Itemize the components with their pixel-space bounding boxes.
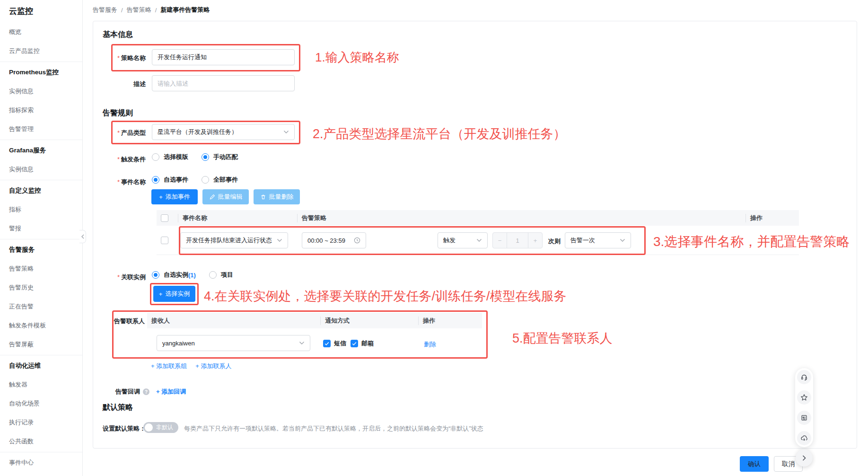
help-icon[interactable]: ?	[143, 388, 149, 395]
sidebar-item-grafana-instance[interactable]: 实例信息	[0, 160, 82, 179]
sidebar-item-metric-explore[interactable]: 指标探索	[0, 101, 82, 120]
cloud-feedback-button[interactable]	[797, 431, 811, 445]
email-checkbox-option[interactable]: 邮箱	[351, 339, 374, 348]
stepper-plus-button[interactable]: +	[528, 233, 542, 248]
description-input[interactable]	[158, 80, 289, 87]
breadcrumb-separator: /	[155, 7, 157, 14]
radio-option-selected-instances[interactable]: 自选实例(1)	[152, 271, 196, 279]
radio-option-selected-events[interactable]: 自选事件	[152, 176, 188, 184]
sidebar-header-prometheus: Prometheus监控	[0, 63, 82, 82]
receiver-value: yangkaiwen	[162, 340, 195, 347]
receiver-select[interactable]: yangkaiwen	[157, 335, 310, 351]
delete-contact-link[interactable]: 删除	[424, 340, 436, 349]
description-input-wrap	[152, 75, 295, 91]
sidebar-group: Grafana服务 实例信息	[0, 140, 82, 180]
sidebar-item-trigger[interactable]: 触发器	[0, 375, 82, 394]
toggle-knob	[145, 423, 153, 432]
event-table: 事件名称 告警策略 操作 开发任务排队结束进入运行状态	[157, 210, 799, 255]
radio-option-project[interactable]: 项目	[209, 271, 233, 279]
main-content: 告警服务 / 告警策略 / 新建事件告警策略 基本信息 *策略名称 描述 告警规…	[83, 0, 868, 476]
breadcrumb-separator: /	[121, 7, 123, 14]
add-contact-person-link[interactable]: + 添加联系人	[195, 362, 231, 370]
sidebar-group: Prometheus监控 实例信息 指标探索 告警管理	[0, 62, 82, 140]
sidebar-group: 自动化运维 触发器 自动化场景 执行记录 公共函数	[0, 355, 82, 452]
add-callback-link[interactable]: + 添加回调	[156, 388, 186, 396]
sidebar-item-metric[interactable]: 指标	[0, 200, 82, 219]
stepper-value[interactable]: 1	[507, 233, 528, 248]
description-label: 描述	[103, 80, 146, 88]
sidebar-title: 云监控	[0, 0, 82, 22]
annotation-text-2: 2.产品类型选择星流平台（开发及训推任务）	[313, 125, 566, 142]
sidebar-item-alarm-shield[interactable]: 告警屏蔽	[0, 335, 82, 354]
sidebar-collapse-handle[interactable]	[79, 230, 86, 243]
radio-selected-icon	[202, 153, 209, 161]
annotation-text-1: 1.输入策略名称	[315, 49, 399, 66]
contact-action-column-header: 操作	[418, 313, 482, 328]
sidebar-item-alert[interactable]: 警报	[0, 219, 82, 238]
sidebar-item-overview[interactable]: 概览	[0, 23, 82, 42]
sidebar-item-alarm-policy[interactable]: 告警策略	[0, 259, 82, 278]
default-policy-toggle[interactable]: 非默认	[143, 422, 178, 433]
policy-name-input[interactable]	[158, 54, 289, 61]
sidebar-item-alarm-manage[interactable]: 告警管理	[0, 120, 82, 139]
trash-icon	[260, 194, 266, 200]
sidebar-item-alarm-history[interactable]: 告警历史	[0, 278, 82, 297]
star-icon	[800, 394, 808, 401]
plus-icon: +	[159, 194, 163, 201]
trigger-type-select[interactable]: 触发	[438, 232, 488, 248]
add-event-button[interactable]: + 添加事件	[151, 189, 198, 204]
pencil-icon	[209, 194, 215, 200]
confirm-button[interactable]: 确认	[740, 456, 769, 472]
contacts-table-row: yangkaiwen 短信	[147, 328, 482, 358]
radio-option-all-events[interactable]: 全部事件	[202, 176, 238, 184]
sidebar-item-public-function[interactable]: 公共函数	[0, 432, 82, 451]
event-name-label: *事件名称	[103, 178, 146, 186]
alarm-frequency-value: 告警一次	[570, 236, 595, 245]
event-select[interactable]: 开发任务排队结束进入运行状态	[180, 232, 288, 248]
policy-name-input-wrap	[152, 49, 295, 65]
select-instance-button[interactable]: + 选择实例	[153, 286, 195, 302]
sms-checkbox-option[interactable]: 短信	[323, 339, 346, 348]
sidebar-group: 概览 云产品监控	[0, 22, 82, 62]
batch-edit-button[interactable]: 批量编辑	[202, 189, 249, 204]
toolbar-collapse-button[interactable]	[796, 450, 813, 467]
chevron-left-icon	[81, 234, 85, 239]
add-contact-group-link[interactable]: + 添加联系组	[151, 362, 187, 370]
favorite-button[interactable]	[797, 390, 811, 405]
breadcrumb-current-page: 新建事件告警策略	[160, 6, 210, 14]
event-table-row: 开发任务排队结束进入运行状态 00:00 ~ 23:59 触发	[157, 226, 799, 255]
batch-delete-button[interactable]: 批量删除	[254, 189, 300, 204]
checkbox-checked-icon	[351, 340, 358, 347]
select-all-checkbox[interactable]	[161, 214, 168, 222]
row-checkbox[interactable]	[161, 237, 168, 244]
sidebar-item-automation-scene[interactable]: 自动化场景	[0, 394, 82, 413]
radio-option-select-template[interactable]: 选择模版	[152, 153, 188, 161]
sidebar-item-execution-record[interactable]: 执行记录	[0, 413, 82, 432]
sidebar-item-instance-info[interactable]: 实例信息	[0, 82, 82, 101]
sidebar-item-trigger-template[interactable]: 触发条件模板	[0, 316, 82, 335]
checkbox-checked-icon	[323, 340, 331, 347]
sidebar-header-automation: 自动化运维	[0, 356, 82, 375]
support-button[interactable]	[797, 370, 811, 384]
alarm-callback-label: 告警回调	[115, 388, 140, 396]
required-mark: *	[117, 129, 120, 136]
count-stepper: − 1 +	[492, 232, 543, 248]
product-type-select[interactable]: 星流平台（开发及训推任务）	[152, 124, 295, 140]
receiver-column-header: 接收人	[147, 313, 320, 328]
instance-count: (1)	[188, 272, 196, 279]
sidebar-item-cloud-product-monitor[interactable]: 云产品监控	[0, 42, 82, 61]
method-column-header: 通知方式	[320, 313, 418, 328]
chevron-down-icon	[283, 130, 289, 134]
sidebar-group: 告警服务 告警策略 告警历史 正在告警 触发条件模板 告警屏蔽	[0, 239, 82, 355]
radio-option-manual-match[interactable]: 手动匹配	[202, 153, 238, 161]
docs-button[interactable]	[797, 411, 811, 425]
action-column-header: 操作	[745, 210, 799, 226]
breadcrumb-alarm-policy[interactable]: 告警策略	[127, 6, 151, 14]
time-range-input[interactable]: 00:00 ~ 23:59	[302, 232, 366, 248]
radio-icon	[209, 271, 217, 279]
stepper-minus-button[interactable]: −	[493, 233, 507, 248]
alarm-frequency-select[interactable]: 告警一次	[565, 232, 631, 248]
sidebar-item-event-center[interactable]: 事件中心	[0, 453, 82, 472]
breadcrumb-alarm-service[interactable]: 告警服务	[93, 6, 117, 14]
sidebar-item-alarming[interactable]: 正在告警	[0, 297, 82, 316]
